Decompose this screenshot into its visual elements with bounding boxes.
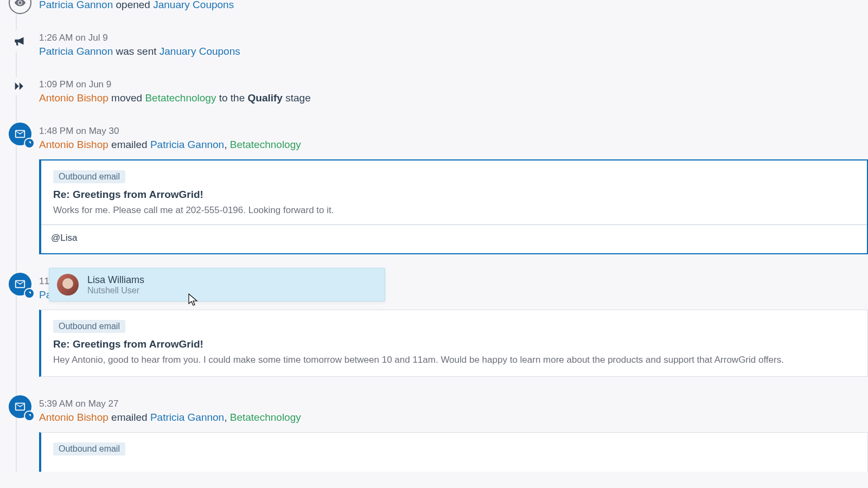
email-subject: Re: Greetings from ArrowGrid!: [53, 189, 855, 201]
avatar: [57, 274, 79, 296]
user-link[interactable]: Antonio Bishop: [39, 412, 108, 423]
person-link[interactable]: Patricia Gannon: [150, 412, 224, 423]
email-subject: Re: Greetings from ArrowGrid!: [53, 338, 856, 350]
email-body: Works for me. Please call me at 202-555-…: [53, 205, 855, 216]
person-link[interactable]: Patricia Gannon: [39, 46, 113, 57]
user-link[interactable]: Antonio Bishop: [39, 92, 108, 104]
timestamp: 1:09 PM on Jun 9: [39, 79, 868, 90]
outbound-arrow-icon: [24, 288, 35, 299]
campaign-link[interactable]: January Coupons: [159, 46, 240, 57]
timeline-entry: 1:09 PM on Jun 9 Antonio Bishop moved Be…: [4, 79, 868, 104]
mail-icon: [9, 395, 31, 418]
mention-role: Nutshell User: [87, 286, 144, 296]
timeline-entry: 5:39 AM on May 27 Antonio Bishop emailed…: [4, 399, 868, 472]
mail-icon: [9, 273, 31, 296]
mention-suggestion[interactable]: Lisa Williams Nutshell User: [49, 268, 385, 301]
activity-line: Patricia Gannon opened January Coupons: [39, 0, 868, 11]
person-link[interactable]: Patricia Gannon: [150, 139, 224, 150]
timeline-entry: 1:48 PM on May 30 Antonio Bishop emailed…: [4, 126, 868, 254]
activity-line: Antonio Bishop emailed Patricia Gannon, …: [39, 412, 868, 423]
activity-line: Antonio Bishop moved Betatechnology to t…: [39, 92, 868, 104]
timeline-entry: 1:26 AM on Jul 9 Patricia Gannon was sen…: [4, 33, 868, 57]
lead-link[interactable]: Betatechnology: [145, 92, 216, 104]
email-card[interactable]: Outbound email Re: Greetings from ArrowG…: [39, 310, 868, 377]
campaign-link[interactable]: January Coupons: [153, 0, 234, 10]
timestamp: 5:39 AM on May 27: [39, 399, 868, 409]
comment-input[interactable]: @Lisa: [41, 224, 867, 253]
outbound-arrow-icon: [24, 138, 35, 149]
stage-move-icon: [11, 77, 29, 95]
activity-line: Patricia Gannon was sent January Coupons: [39, 46, 868, 57]
timestamp: 1:48 PM on May 30: [39, 126, 868, 137]
activity-line: Antonio Bishop emailed Patricia Gannon, …: [39, 139, 868, 151]
timestamp: 1:26 AM on Jul 9: [39, 33, 868, 43]
email-direction-badge: Outbound email: [53, 320, 125, 333]
email-direction-badge: Outbound email: [53, 170, 125, 183]
mail-icon: [9, 123, 31, 145]
email-direction-badge: Outbound email: [53, 442, 125, 455]
eye-icon: [9, 0, 31, 14]
outbound-arrow-icon: [24, 410, 35, 421]
activity-timeline: Patricia Gannon opened January Coupons 1…: [0, 0, 868, 472]
timeline-entry: Patricia Gannon opened January Coupons: [4, 0, 868, 11]
lead-link[interactable]: Betatechnology: [230, 412, 301, 423]
mention-name: Lisa Williams: [87, 274, 144, 286]
user-link[interactable]: Antonio Bishop: [39, 139, 108, 150]
lead-link[interactable]: Betatechnology: [230, 139, 301, 150]
megaphone-icon: [9, 29, 31, 52]
stage-name: Qualify: [248, 92, 283, 104]
email-card[interactable]: Outbound email: [39, 432, 868, 472]
email-card[interactable]: Outbound email Re: Greetings from ArrowG…: [39, 159, 868, 254]
email-body: Hey Antonio, good to hear from you. I co…: [53, 355, 856, 365]
person-link[interactable]: Patricia Gannon: [39, 0, 113, 10]
